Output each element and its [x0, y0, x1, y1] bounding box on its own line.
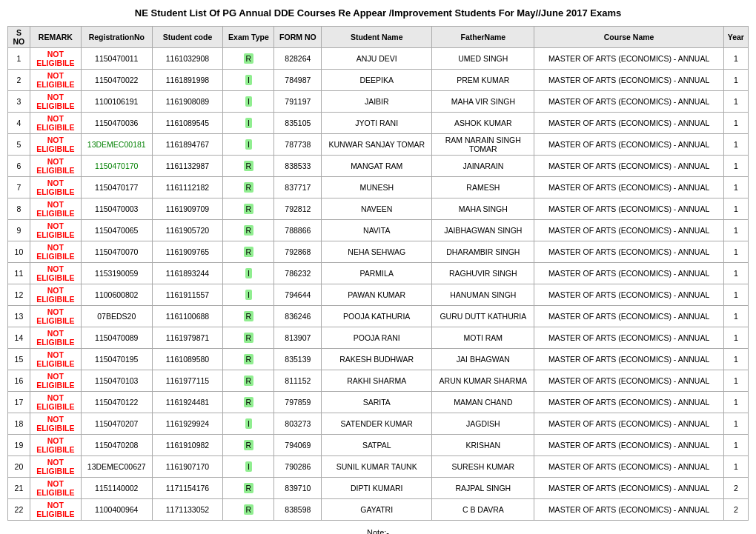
cell-coursename: MASTER OF ARTS (ECONOMICS) - ANNUAL — [534, 327, 723, 349]
cell-fathername: RAGHUVIR SINGH — [432, 263, 534, 284]
cell-coursename: MASTER OF ARTS (ECONOMICS) - ANNUAL — [534, 91, 723, 113]
cell-sno: 18 — [8, 413, 30, 435]
table-row: 4NOTELIGIBILE11504700361161089545I835105… — [8, 113, 749, 134]
cell-coursename: MASTER OF ARTS (ECONOMICS) - ANNUAL — [534, 241, 723, 263]
cell-studentname: POOJA KATHURIA — [322, 306, 432, 327]
cell-sno: 2 — [8, 70, 30, 91]
cell-studentcode: 1161924481 — [152, 392, 223, 413]
cell-year: 1 — [723, 327, 748, 349]
col-header-regno: RegistrationNo — [81, 27, 152, 48]
cell-studentcode: 1161909765 — [152, 241, 223, 263]
cell-year: 1 — [723, 134, 748, 156]
cell-sno: 15 — [8, 349, 30, 370]
cell-studentcode: 1161908089 — [152, 91, 223, 113]
cell-regno: 1150470195 — [81, 349, 152, 370]
cell-remark: NOTELIGIBILE — [30, 113, 81, 134]
cell-sno: 8 — [8, 198, 30, 220]
cell-coursename: MASTER OF ARTS (ECONOMICS) - ANNUAL — [534, 70, 723, 91]
cell-studentname: DIPTI KUMARI — [322, 478, 432, 499]
cell-fathername: GURU DUTT KATHURIA — [432, 306, 534, 327]
cell-studentname: SATPAL — [322, 435, 432, 456]
cell-formno: 790286 — [274, 456, 322, 478]
cell-year: 1 — [723, 198, 748, 220]
cell-fathername: HANUMAN SINGH — [432, 284, 534, 306]
cell-studentcode: 1161032908 — [152, 48, 223, 70]
table-row: 8NOTELIGIBILE11504700031161909709R792812… — [8, 198, 749, 220]
table-row: 1NOTELIGIBILE11504700111161032908R828264… — [8, 48, 749, 70]
cell-studentname: SUNIL KUMAR TAUNK — [322, 456, 432, 478]
cell-coursename: MASTER OF ARTS (ECONOMICS) - ANNUAL — [534, 177, 723, 198]
cell-examtype: I — [223, 456, 274, 478]
cell-coursename: MASTER OF ARTS (ECONOMICS) - ANNUAL — [534, 306, 723, 327]
cell-formno: 794644 — [274, 284, 322, 306]
cell-formno: 786232 — [274, 263, 322, 284]
cell-studentcode: 1161977115 — [152, 370, 223, 392]
cell-coursename: MASTER OF ARTS (ECONOMICS) - ANNUAL — [534, 392, 723, 413]
cell-studentname: PAWAN KUMAR — [322, 284, 432, 306]
cell-examtype: R — [223, 370, 274, 392]
cell-regno: 1150470003 — [81, 198, 152, 220]
cell-year: 2 — [723, 478, 748, 499]
cell-regno: 1150470022 — [81, 70, 152, 91]
cell-studentname: NAVEEN — [322, 198, 432, 220]
cell-coursename: MASTER OF ARTS (ECONOMICS) - ANNUAL — [534, 263, 723, 284]
cell-studentname: NEHA SEHWAG — [322, 241, 432, 263]
cell-coursename: MASTER OF ARTS (ECONOMICS) - ANNUAL — [534, 349, 723, 370]
cell-fathername: JAINARAIN — [432, 156, 534, 177]
cell-studentcode: 1161911557 — [152, 284, 223, 306]
table-row: 9NOTELIGIBILE11504700651161905720R788866… — [8, 220, 749, 241]
cell-remark: NOTELIGIBILE — [30, 435, 81, 456]
table-row: 19NOTELIGIBILE11504702081161910982R79406… — [8, 435, 749, 456]
cell-remark: NOTELIGIBILE — [30, 156, 81, 177]
cell-studentname: KUNWAR SANJAY TOMAR — [322, 134, 432, 156]
cell-studentname: GAYATRI — [322, 499, 432, 521]
cell-studentname: POOJA RANI — [322, 327, 432, 349]
cell-year: 1 — [723, 435, 748, 456]
cell-examtype: R — [223, 327, 274, 349]
cell-studentcode: 1161894767 — [152, 134, 223, 156]
cell-sno: 5 — [8, 134, 30, 156]
cell-examtype: I — [223, 263, 274, 284]
cell-examtype: R — [223, 198, 274, 220]
cell-formno: 803273 — [274, 413, 322, 435]
cell-studentcode: 1161089545 — [152, 113, 223, 134]
cell-studentcode: 1171154176 — [152, 478, 223, 499]
cell-fathername: JAI BHAGWAN — [432, 349, 534, 370]
cell-sno: 16 — [8, 370, 30, 392]
cell-sno: 19 — [8, 435, 30, 456]
table-row: 13NOTELIGIBILE07BEDS201161100688R836246P… — [8, 306, 749, 327]
cell-sno: 6 — [8, 156, 30, 177]
col-header-sname: Student Name — [322, 27, 432, 48]
cell-formno: 835105 — [274, 113, 322, 134]
cell-remark: NOTELIGIBILE — [30, 478, 81, 499]
cell-coursename: MASTER OF ARTS (ECONOMICS) - ANNUAL — [534, 134, 723, 156]
cell-year: 1 — [723, 70, 748, 91]
cell-year: 1 — [723, 177, 748, 198]
cell-year: 1 — [723, 306, 748, 327]
cell-remark: NOTELIGIBILE — [30, 349, 81, 370]
cell-examtype: R — [223, 349, 274, 370]
cell-remark: NOTELIGIBILE — [30, 456, 81, 478]
page-title: NE Student List Of PG Annual DDE Courses… — [7, 7, 749, 19]
cell-remark: NOTELIGIBILE — [30, 48, 81, 70]
footer-line1: Note:- — [7, 528, 749, 534]
cell-coursename: MASTER OF ARTS (ECONOMICS) - ANNUAL — [534, 456, 723, 478]
cell-regno: 1150470065 — [81, 220, 152, 241]
table-row: 6NOTELIGIBILE11504701701161132987R838533… — [8, 156, 749, 177]
cell-formno: 836246 — [274, 306, 322, 327]
table-row: 20NOTELIGIBILE13DEMEC006271161907170I790… — [8, 456, 749, 478]
cell-regno: 1150470207 — [81, 413, 152, 435]
col-header-fname: FatherName — [432, 27, 534, 48]
cell-studentcode: 1171133052 — [152, 499, 223, 521]
cell-regno: 1153190059 — [81, 263, 152, 284]
cell-fathername: MAMAN CHAND — [432, 392, 534, 413]
cell-year: 1 — [723, 113, 748, 134]
cell-sno: 9 — [8, 220, 30, 241]
cell-fathername: DHARAMBIR SINGH — [432, 241, 534, 263]
cell-formno: 791197 — [274, 91, 322, 113]
table-row: 5NOTELIGIBILE13DEMEC001811161894767I7877… — [8, 134, 749, 156]
cell-remark: NOTELIGIBILE — [30, 220, 81, 241]
cell-studentcode: 1161907170 — [152, 456, 223, 478]
cell-fathername: RAM NARAIN SINGH TOMAR — [432, 134, 534, 156]
cell-remark: NOTELIGIBILE — [30, 306, 81, 327]
